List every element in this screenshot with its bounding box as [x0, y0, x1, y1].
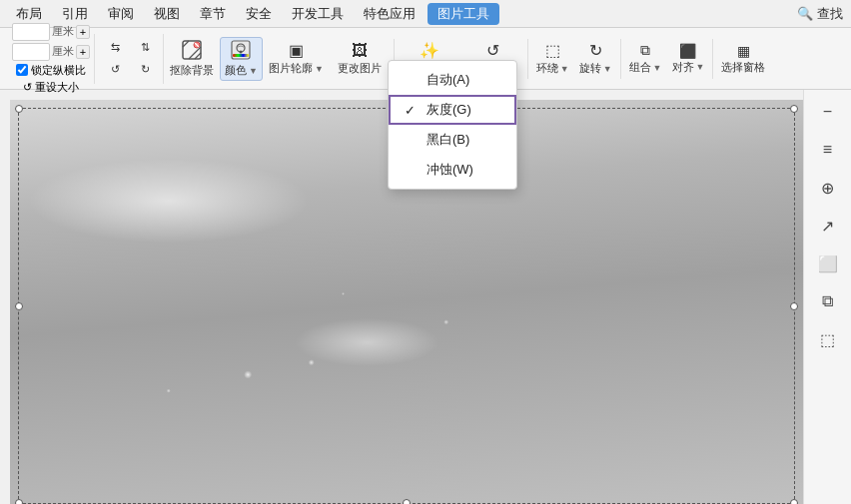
menu-devtools[interactable]: 开发工具: [284, 3, 352, 25]
menu-reference[interactable]: 引用: [54, 3, 96, 25]
flip-h-icon: ⇆: [111, 41, 120, 54]
select-pane-icon: ▦: [737, 43, 750, 59]
search-icon: 🔍: [797, 6, 813, 21]
rotate-ccw-btn[interactable]: ↺: [101, 60, 129, 80]
menu-view[interactable]: 视图: [146, 3, 188, 25]
image-effect-icon: ✨: [420, 41, 439, 60]
rotate-icon: ↻: [589, 41, 602, 60]
sidebar-copy-btn[interactable]: ⧉: [810, 283, 846, 319]
right-sidebar: − ≡ ⊕ ↗ ⬜ ⧉ ⬚: [803, 90, 851, 504]
flip-v-btn[interactable]: ⇅: [131, 38, 159, 58]
copy-icon: ⧉: [822, 292, 833, 310]
rotate-arrow: ▼: [603, 64, 612, 74]
arrow-icon: ↗: [821, 217, 834, 236]
sidebar-extra-btn[interactable]: ⬚: [810, 321, 846, 357]
select-pane-button[interactable]: ▦ 选择窗格: [717, 37, 769, 81]
color-dropdown-menu: 自动(A) ✓ 灰度(G) 黑白(B) 冲蚀(W): [388, 60, 517, 190]
dropdown-item-blackwhite[interactable]: 黑白(B): [389, 125, 516, 155]
change-image-button[interactable]: 🖼 更改图片: [330, 37, 390, 81]
color-button[interactable]: 颜色 ▼: [220, 37, 263, 81]
handle-bottom-middle[interactable]: [403, 499, 411, 504]
sidebar-crop-btn[interactable]: ⬜: [810, 246, 846, 281]
menu-security[interactable]: 安全: [238, 3, 280, 25]
washout-label: 冲蚀(W): [426, 161, 473, 179]
washout-check: [405, 163, 419, 178]
rotate-cw-icon: ↻: [141, 63, 150, 76]
flip-h-btn[interactable]: ⇆: [101, 38, 129, 58]
color-label: 颜色: [225, 63, 247, 78]
dropdown-item-auto[interactable]: 自动(A): [389, 65, 516, 95]
grayscale-check: ✓: [405, 103, 419, 118]
height-unit-label: 厘米: [52, 44, 74, 59]
change-image-label: 更改图片: [338, 61, 382, 76]
dropdown-item-grayscale[interactable]: ✓ 灰度(G): [389, 95, 516, 125]
combine-button[interactable]: ⧉ 组合 ▼: [625, 37, 666, 81]
wrap-arrow: ▼: [560, 64, 569, 74]
combine-icon: ⧉: [640, 42, 650, 59]
menu-image-tools[interactable]: 图片工具: [427, 3, 499, 25]
handle-middle-left[interactable]: [15, 302, 23, 310]
color-icon: [230, 39, 252, 61]
rotate-cw-btn[interactable]: ↻: [131, 60, 159, 80]
menu-review[interactable]: 审阅: [100, 3, 142, 25]
lock-ratio-label: 锁定纵横比: [31, 63, 86, 78]
outline-arrow: ▼: [315, 64, 324, 74]
blackwhite-check: [405, 133, 419, 148]
rotate-label: 旋转: [579, 61, 601, 76]
select-pane-label: 选择窗格: [721, 60, 765, 75]
combine-label: 组合: [629, 60, 651, 75]
remove-bg-label: 抠除背景: [170, 63, 214, 78]
auto-label: 自动(A): [426, 71, 469, 89]
wrap-button[interactable]: ⬚ 环绕 ▼: [532, 37, 573, 81]
blackwhite-label: 黑白(B): [426, 131, 469, 149]
width-unit-label: 厘米: [52, 24, 74, 39]
handle-top-right[interactable]: [790, 105, 798, 113]
height-input[interactable]: [12, 43, 50, 61]
svg-rect-5: [233, 54, 249, 57]
align-button[interactable]: ⬛ 对齐 ▼: [668, 37, 709, 81]
sidebar-arrow-btn[interactable]: ↗: [810, 208, 846, 244]
menu-special[interactable]: 特色应用: [356, 3, 424, 25]
menu-search[interactable]: 🔍 查找: [797, 5, 843, 23]
align-icon: ⬛: [679, 43, 696, 59]
extra-icon: ⬚: [820, 330, 835, 349]
handle-bottom-right[interactable]: [790, 499, 798, 504]
menu-section[interactable]: 章节: [192, 3, 234, 25]
rotate-ccw-icon: ↺: [111, 63, 120, 76]
handle-middle-right[interactable]: [790, 302, 798, 310]
image-outline-label: 图片轮廓: [269, 61, 313, 76]
remove-bg-icon: [181, 39, 203, 61]
sidebar-list-btn[interactable]: ≡: [810, 132, 846, 168]
remove-bg-button[interactable]: 抠除背景: [166, 37, 218, 81]
menu-layout[interactable]: 布局: [8, 3, 50, 25]
dropdown-item-washout[interactable]: 冲蚀(W): [389, 155, 516, 185]
combine-arrow: ▼: [653, 63, 662, 73]
sidebar-zoom-out-btn[interactable]: −: [810, 94, 846, 130]
width-input[interactable]: [12, 23, 50, 41]
wrap-label: 环绕: [536, 61, 558, 76]
wrap-icon: ⬚: [545, 41, 560, 60]
height-row: 厘米 +: [12, 43, 90, 61]
menu-bar: 布局 引用 审阅 视图 章节 安全 开发工具 特色应用 图片工具 🔍 查找: [0, 0, 851, 28]
flip-v-icon: ⇅: [141, 41, 150, 54]
list-icon: ≡: [823, 141, 832, 159]
height-plus-btn[interactable]: +: [76, 45, 90, 59]
image-outline-icon: ▣: [289, 41, 304, 60]
change-image-icon: 🖼: [352, 42, 368, 60]
lock-ratio-checkbox[interactable]: [16, 64, 28, 76]
width-plus-btn[interactable]: +: [76, 25, 90, 39]
rotate-button[interactable]: ↻ 旋转 ▼: [575, 37, 616, 81]
rotate-flip-group: ⇆ ⇅ ↺ ↻: [97, 34, 164, 84]
align-label: 对齐: [672, 60, 694, 75]
color-dropdown-arrow: ▼: [249, 66, 258, 76]
zoom-out-icon: −: [823, 103, 832, 121]
size-inputs: 厘米 + 厘米 + 锁定纵横比 ↺ 重设大小: [12, 23, 90, 95]
size-group: 厘米 + 厘米 + 锁定纵横比 ↺ 重设大小: [8, 34, 95, 84]
handle-top-left[interactable]: [15, 105, 23, 113]
svg-point-6: [240, 51, 243, 54]
sidebar-zoom-in-btn[interactable]: ⊕: [810, 170, 846, 206]
image-outline-button[interactable]: ▣ 图片轮廓 ▼: [265, 37, 328, 81]
align-arrow: ▼: [696, 62, 705, 72]
handle-bottom-left[interactable]: [15, 499, 23, 504]
width-row: 厘米 +: [12, 23, 90, 41]
